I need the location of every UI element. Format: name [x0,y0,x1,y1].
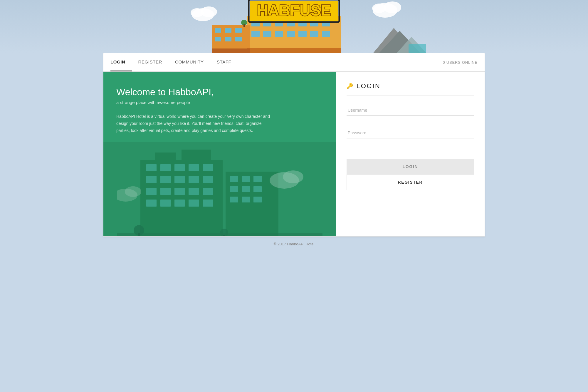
svg-rect-40 [247,48,341,53]
building-svg [117,136,322,236]
svg-rect-56 [189,188,199,195]
copyright-text: © 2017 HabboAPI Hotel [274,242,315,246]
svg-rect-59 [160,200,171,207]
svg-rect-83 [117,233,322,236]
login-header: 🔑 LOGIN [347,82,474,96]
register-button[interactable]: REGISTER [347,174,474,190]
svg-rect-15 [263,31,271,37]
svg-rect-16 [275,31,283,37]
svg-rect-71 [253,186,262,192]
header-building-illustration: HABFUSE [162,0,426,53]
nav-item-staff[interactable]: STAFF [210,53,238,71]
svg-rect-32 [215,37,221,41]
svg-rect-33 [225,37,231,41]
svg-rect-27 [409,44,426,53]
svg-rect-51 [189,176,199,183]
svg-rect-49 [160,176,171,183]
nav-item-login[interactable]: LOGIN [110,53,132,71]
svg-rect-47 [203,164,213,171]
svg-point-5 [372,4,386,13]
login-form-title: LOGIN [357,82,381,90]
svg-rect-17 [287,31,295,37]
svg-rect-54 [160,188,171,195]
nav-links: LOGIN REGISTER COMMUNITY STAFF [110,53,443,71]
svg-rect-48 [146,176,157,183]
svg-text:HABFUSE: HABFUSE [257,2,331,19]
svg-point-78 [125,186,141,197]
welcome-subtitle: a strange place with awesome people [116,100,323,105]
svg-rect-74 [253,197,262,202]
svg-rect-55 [174,188,185,195]
svg-rect-18 [298,31,307,37]
password-input[interactable] [347,128,474,138]
svg-rect-20 [322,31,330,37]
svg-rect-69 [230,186,238,192]
header-bg: HABFUSE [0,0,588,53]
username-form-group [347,105,474,116]
svg-rect-63 [155,153,176,161]
svg-point-4 [384,1,401,13]
key-icon: 🔑 [347,83,353,89]
right-panel: 🔑 LOGIN LOGIN REGISTER [336,72,485,236]
username-input[interactable] [347,105,474,116]
svg-rect-70 [242,186,250,192]
users-online-count: 0 USERS ONLINE [443,53,478,71]
footer: © 2017 HabboAPI Hotel [0,237,588,249]
svg-rect-29 [215,28,221,33]
svg-point-2 [191,8,204,17]
left-panel: Welcome to HabboAPI, a strange place wit… [103,72,336,236]
welcome-title: Welcome to HabboAPI, [116,86,323,98]
svg-rect-50 [174,176,185,183]
login-button[interactable]: LOGIN [347,159,474,174]
svg-rect-68 [253,176,262,182]
svg-rect-45 [174,164,185,171]
svg-rect-14 [251,31,260,37]
building-illustration [103,130,336,236]
svg-rect-72 [230,197,238,202]
svg-rect-67 [242,176,250,182]
svg-rect-34 [235,37,242,41]
nav-item-register[interactable]: REGISTER [132,53,169,71]
svg-rect-64 [182,150,211,161]
svg-rect-30 [225,28,231,33]
svg-rect-60 [174,200,185,207]
main-content: Welcome to HabboAPI, a strange place wit… [103,72,485,237]
svg-point-76 [283,170,303,183]
svg-rect-43 [146,164,157,171]
svg-rect-39 [243,24,245,27]
svg-rect-66 [230,176,238,182]
nav-item-community[interactable]: COMMUNITY [169,53,210,71]
svg-rect-31 [235,28,242,33]
svg-rect-53 [146,188,157,195]
svg-rect-58 [146,200,157,207]
svg-rect-41 [212,48,250,53]
svg-rect-52 [203,176,213,183]
svg-rect-44 [160,164,171,171]
svg-rect-62 [203,200,213,207]
svg-rect-61 [189,200,199,207]
navbar: LOGIN REGISTER COMMUNITY STAFF 0 USERS O… [103,53,485,72]
welcome-description: HabboAPI Hotel is a virtual world where … [116,113,275,134]
svg-rect-57 [203,188,213,195]
svg-rect-19 [310,31,318,37]
svg-rect-73 [242,197,250,202]
svg-rect-46 [189,164,199,171]
password-form-group [347,128,474,138]
